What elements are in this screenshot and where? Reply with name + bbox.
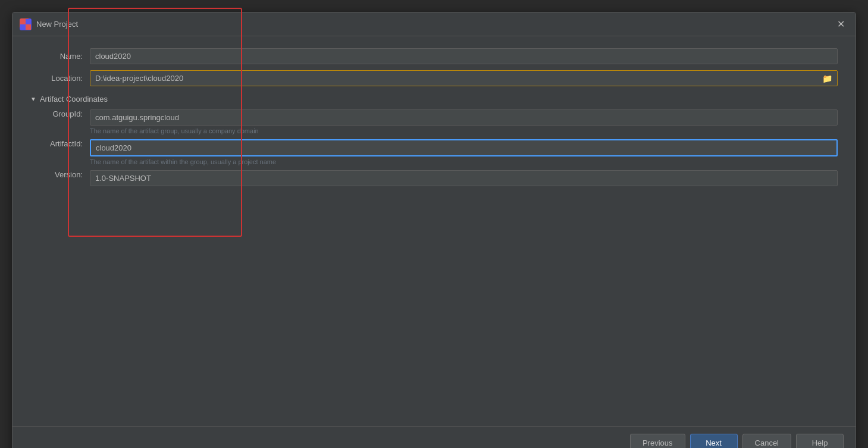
cancel-button[interactable]: Cancel — [742, 434, 791, 448]
groupid-row: GroupId: The name of the artifact group,… — [30, 109, 838, 134]
close-button[interactable]: ✕ — [833, 17, 848, 31]
version-input[interactable] — [90, 170, 838, 186]
folder-icon: 📁 — [822, 74, 832, 83]
svg-rect-3 — [20, 24, 26, 30]
chevron-down-icon: ▼ — [30, 96, 36, 102]
name-input[interactable] — [90, 48, 838, 64]
title-area: New Project — [20, 18, 78, 30]
groupid-label: GroupId: — [30, 109, 90, 118]
groupid-input[interactable] — [90, 109, 838, 126]
location-input[interactable] — [90, 71, 837, 86]
dialog-content: Name: Location: 📁 ▼ Artifact Coordinates… — [12, 36, 856, 426]
previous-button[interactable]: Previous — [630, 434, 685, 448]
artifactid-row: ArtifactId: The name of the artifact wit… — [30, 139, 838, 165]
help-button[interactable]: Help — [796, 434, 844, 448]
close-icon: ✕ — [837, 19, 845, 29]
artifact-section: ▼ Artifact Coordinates GroupId: The name… — [30, 95, 838, 186]
version-label: Version: — [30, 170, 90, 179]
browse-button[interactable]: 📁 — [820, 73, 835, 84]
artifactid-field-wrap: The name of the artifact within the grou… — [90, 139, 838, 165]
dialog-title: New Project — [36, 20, 78, 29]
next-button[interactable]: Next — [690, 434, 738, 448]
new-project-dialog: New Project ✕ Name: Location: 📁 — [12, 12, 856, 448]
location-input-wrap: 📁 — [90, 70, 838, 86]
groupid-field-wrap: The name of the artifact group, usually … — [90, 109, 838, 134]
titlebar: New Project ✕ — [12, 12, 856, 36]
name-row: Name: — [30, 48, 838, 64]
svg-rect-2 — [26, 19, 31, 24]
artifact-section-label: Artifact Coordinates — [40, 95, 108, 104]
location-row: Location: 📁 — [30, 70, 838, 86]
name-label: Name: — [30, 52, 90, 61]
location-label: Location: — [30, 74, 90, 83]
artifactid-label: ArtifactId: — [30, 139, 90, 148]
svg-rect-1 — [26, 24, 31, 30]
artifact-section-header[interactable]: ▼ Artifact Coordinates — [30, 95, 838, 104]
version-row: Version: — [30, 170, 838, 186]
artifactid-hint: The name of the artifact within the grou… — [90, 158, 838, 165]
svg-rect-0 — [20, 19, 26, 24]
groupid-hint: The name of the artifact group, usually … — [90, 127, 838, 134]
dialog-footer: Previous Next Cancel Help — [12, 426, 856, 448]
app-icon — [20, 18, 32, 30]
artifactid-input[interactable] — [90, 139, 838, 156]
version-field-wrap — [90, 170, 838, 186]
